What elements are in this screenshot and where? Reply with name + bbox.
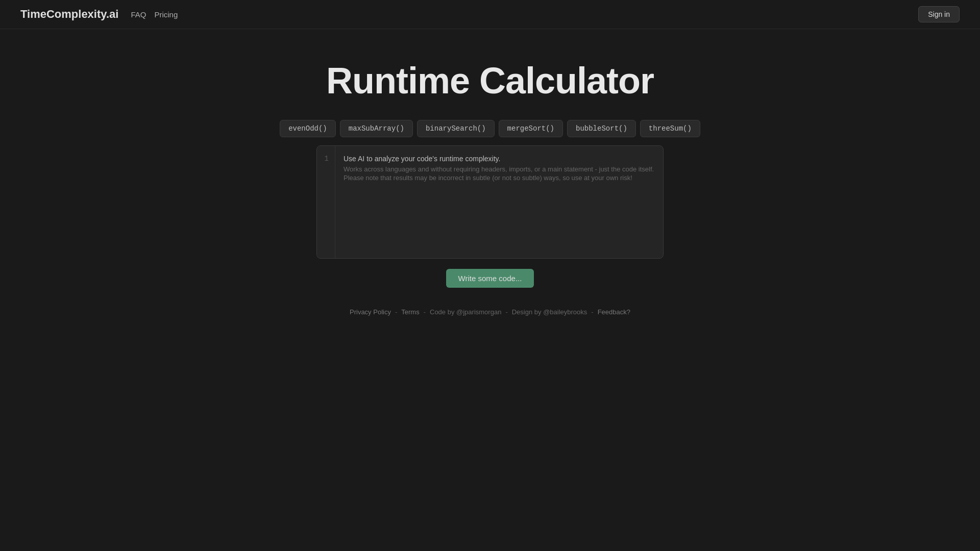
line-numbers: 1 [317, 146, 335, 258]
footer-privacy[interactable]: Privacy Policy [350, 308, 391, 316]
placeholder-sub2: Please note that results may be incorrec… [344, 174, 655, 182]
example-tab-1[interactable]: maxSubArray() [340, 120, 413, 137]
example-tab-0[interactable]: evenOdd() [280, 120, 336, 137]
footer: Privacy Policy - Terms - Code by @jparis… [350, 308, 630, 316]
placeholder-main: Use AI to analyze your code's runtime co… [344, 153, 655, 164]
code-editor[interactable]: 1 Use AI to analyze your code's runtime … [316, 145, 664, 259]
nav-pricing[interactable]: Pricing [154, 10, 178, 19]
footer-code-by: Code by @jparismorgan [430, 308, 501, 316]
nav-faq[interactable]: FAQ [131, 10, 146, 19]
submit-button[interactable]: Write some code... [446, 269, 534, 288]
example-tab-2[interactable]: binarySearch() [417, 120, 495, 137]
placeholder-sub1: Works across languages and without requi… [344, 165, 655, 173]
footer-feedback[interactable]: Feedback? [598, 308, 630, 316]
sep3: - [505, 308, 507, 316]
example-tab-3[interactable]: mergeSort() [499, 120, 563, 137]
footer-terms[interactable]: Terms [401, 308, 419, 316]
sep4: - [591, 308, 593, 316]
sep2: - [424, 308, 426, 316]
sign-in-button[interactable]: Sign in [918, 6, 960, 22]
logo[interactable]: TimeComplexity.ai [20, 8, 118, 21]
sep1: - [395, 308, 397, 316]
example-tabs-container: evenOdd()maxSubArray()binarySearch()merg… [280, 120, 700, 137]
page-title: Runtime Calculator [326, 60, 654, 102]
footer-design-by: Design by @baileybrooks [512, 308, 587, 316]
example-tab-5[interactable]: threeSum() [640, 120, 700, 137]
example-tab-4[interactable]: bubbleSort() [567, 120, 636, 137]
